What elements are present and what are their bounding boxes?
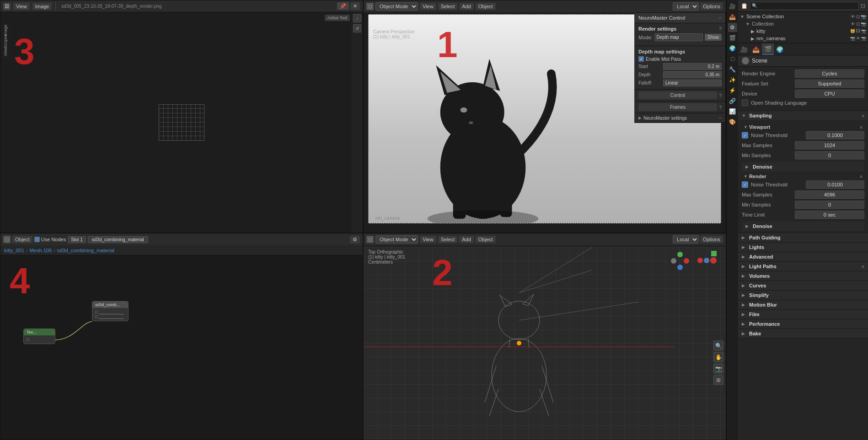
neuro-settings-toggle[interactable]: ▶ NeuroMaster settings [638, 116, 687, 121]
tab-view[interactable]: View [1, 47, 10, 56]
select-menu-bottom[interactable]: Select [438, 236, 458, 243]
lights-header[interactable]: ▶ Lights [738, 243, 868, 252]
simplify-header[interactable]: ▶ Simplify [738, 291, 868, 300]
frames-info[interactable]: ? [719, 105, 722, 110]
props-tab-scene[interactable]: 🎬 [762, 43, 774, 55]
slot-label[interactable]: Slot 1 [68, 236, 86, 243]
control-btn[interactable]: Control [638, 91, 717, 99]
world-props-icon[interactable]: 🌍 [728, 44, 737, 53]
mode-dropdown[interactable]: Object Mode [375, 2, 418, 11]
show-button[interactable]: Show [705, 34, 722, 41]
min-samples-value[interactable]: 0 [795, 151, 864, 159]
tab-scopes[interactable]: Scopes [1, 37, 10, 46]
noise-threshold-value[interactable]: 0.1000 [806, 131, 864, 139]
bc-item1[interactable]: kitty_001 [4, 248, 24, 253]
volumes-header[interactable]: ▶ Volumes [738, 271, 868, 281]
particle-props-icon[interactable]: ✨ [728, 75, 737, 85]
view-menu[interactable]: View [13, 3, 30, 10]
col-eye[interactable]: 👁 [851, 21, 855, 27]
options-btn[interactable]: Options [700, 3, 723, 10]
material-name[interactable]: sd3d_combining_material [88, 236, 148, 243]
neuro-collapse[interactable]: − [718, 15, 722, 21]
bake-header[interactable]: ▶ Bake [738, 329, 868, 338]
object-menu-btn[interactable]: Object [476, 3, 496, 10]
col-sel[interactable]: ⊡ [856, 21, 860, 27]
light-paths-header[interactable]: ▶ Light Paths ≡ [738, 262, 868, 271]
tool-rotate[interactable]: ↺ [353, 24, 361, 32]
shader-obj-mode[interactable]: Object [12, 236, 32, 243]
material-props-icon[interactable]: 🎨 [728, 117, 737, 127]
output-props-icon[interactable]: 📤 [728, 12, 737, 21]
feature-set-value[interactable]: Supported [795, 80, 864, 88]
render-settings-icon[interactable]: ⚙ [728, 23, 737, 32]
max-samples-value[interactable]: 1024 [795, 141, 864, 149]
viewport-sub-header[interactable]: ▼ Viewport ≡ [742, 123, 864, 131]
motion-blur-header[interactable]: ▶ Motion Blur [738, 300, 868, 309]
scene-props-icon[interactable]: 🎬 [728, 33, 737, 42]
nm-cam-eye[interactable]: 👁 [856, 36, 860, 41]
outliner-search[interactable]: 🔍 [750, 2, 859, 10]
render-max-samples-value[interactable]: 4096 [795, 191, 864, 199]
film-header[interactable]: ▶ Film [738, 310, 868, 319]
select-icon[interactable]: ⊡ [856, 14, 860, 19]
col-render[interactable]: 📷 [861, 21, 866, 27]
modifier-props-icon[interactable]: 🔧 [728, 65, 737, 74]
pin-btn[interactable]: 📌 [337, 2, 349, 10]
editor-type-icon[interactable]: 🖼 [3, 3, 11, 10]
render-icon[interactable]: 📷 [861, 14, 866, 19]
tool-move[interactable]: ↕ [353, 14, 361, 22]
sampling-header[interactable]: ▼ Sampling ≡ [738, 111, 868, 120]
device-value[interactable]: CPU [795, 90, 864, 98]
denoise-render-header[interactable]: ▶ Denoise [742, 162, 864, 171]
control-info[interactable]: ? [719, 93, 722, 98]
render-noise-threshold-value[interactable]: 0.0100 [806, 180, 864, 189]
outliner-filter-icon[interactable]: ⊡ [861, 3, 865, 9]
noise-threshold-checkbox[interactable]: ✓ [742, 132, 748, 138]
pivot-dropdown-bottom[interactable]: Local [673, 235, 699, 244]
bottom-viewport-gizmo[interactable] [671, 252, 689, 270]
advanced-header[interactable]: ▶ Advanced [738, 252, 868, 261]
depth-value[interactable]: 0.35 m [663, 71, 722, 78]
time-limit-value[interactable]: 0 sec [795, 211, 864, 219]
render-props-icon[interactable]: 🎥 [728, 2, 737, 11]
data-props-icon[interactable]: 📊 [728, 107, 737, 116]
render-settings-info[interactable]: ? [719, 26, 722, 32]
view-menu-bottom[interactable]: View [420, 236, 436, 243]
mode-value[interactable]: Depth map [654, 33, 703, 41]
select-menu-btn[interactable]: Select [438, 3, 458, 10]
close-btn[interactable]: ✕ [350, 2, 360, 10]
use-nodes-checkbox[interactable] [34, 237, 40, 242]
bottom-zoom-tool[interactable]: 🔍 [713, 340, 723, 350]
render-sub-header[interactable]: ▼ Render ≡ [742, 172, 864, 180]
pivot-dropdown[interactable]: Local [673, 2, 699, 11]
add-menu-btn[interactable]: Add [459, 3, 474, 10]
object-props-icon[interactable]: ⬡ [728, 54, 737, 64]
render-noise-threshold-checkbox[interactable]: ✓ [742, 181, 748, 188]
shader-options[interactable]: ⚙ [350, 236, 360, 244]
render-engine-value[interactable]: Cycles [795, 69, 864, 78]
eye-icon[interactable]: 👁 [851, 14, 855, 19]
viewport-top-icon[interactable]: ⬡ [366, 236, 374, 243]
props-tab-render[interactable]: 🎥 [738, 43, 750, 55]
viewport-icon[interactable]: ⬡ [366, 3, 374, 10]
neuro-settings-collapse[interactable]: − [719, 115, 722, 121]
physics-props-icon[interactable]: ⚡ [728, 86, 737, 95]
shader-editor-icon[interactable]: ⬡ [3, 236, 11, 243]
performance-header[interactable]: ▶ Performance [738, 319, 868, 329]
falloff-value[interactable]: Linear [663, 80, 722, 86]
props-tab-output[interactable]: 📤 [750, 43, 762, 55]
path-guiding-header[interactable]: ▶ Path Guiding [738, 233, 868, 242]
frames-btn[interactable]: Frames [638, 103, 717, 111]
bottom-camera-tool[interactable]: 📷 [713, 363, 723, 373]
add-menu-bottom[interactable]: Add [459, 236, 474, 243]
kitty-render-icon[interactable]: 📷 [861, 29, 866, 33]
denoise-header[interactable]: ▶ Denoise [742, 222, 864, 231]
bc-item3[interactable]: sd3d_combining_material [57, 248, 114, 253]
constraints-icon[interactable]: 🔗 [728, 96, 737, 106]
mode-dropdown-bottom[interactable]: Object Mode [375, 235, 418, 244]
mist-checkbox[interactable]: ✓ [638, 56, 644, 62]
nm-cam-render[interactable]: 📷 [861, 36, 866, 41]
curves-header[interactable]: ▶ Curves [738, 281, 868, 290]
bottom-grid-tool[interactable]: ⊞ [713, 375, 723, 385]
image-menu[interactable]: Image [32, 3, 52, 10]
